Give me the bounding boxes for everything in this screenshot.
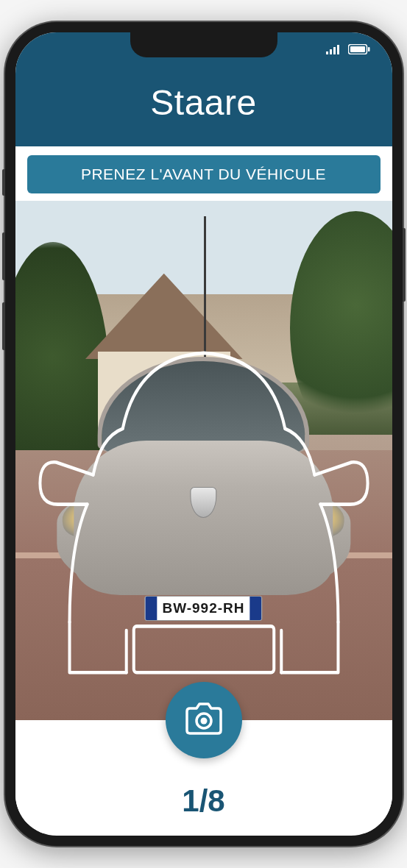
svg-rect-5 [350, 46, 365, 52]
camera-icon [183, 701, 224, 739]
battery-icon [348, 44, 370, 57]
phone-notch [130, 32, 277, 57]
signal-icon [326, 44, 342, 57]
shutter-row [15, 682, 392, 758]
main-content: PRENEZ L'AVANT DU VÉHICULE [15, 146, 392, 833]
app-header: Staare [15, 69, 392, 146]
instruction-text: PRENEZ L'AVANT DU VÉHICULE [81, 166, 326, 182]
license-plate-text: BW-992-RH [157, 600, 249, 616]
capture-button[interactable] [166, 682, 242, 758]
phone-side-button-right [403, 228, 406, 302]
svg-rect-2 [333, 47, 336, 54]
svg-point-9 [200, 718, 207, 725]
svg-rect-0 [326, 51, 328, 54]
app-title: Staare [15, 82, 392, 123]
camera-viewfinder[interactable]: BW-992-RH [15, 201, 392, 720]
phone-screen: Staare PRENEZ L'AVANT DU VÉHICULE [15, 32, 392, 836]
svg-rect-3 [337, 45, 339, 54]
instruction-banner: PRENEZ L'AVANT DU VÉHICULE [27, 155, 381, 193]
svg-rect-6 [368, 47, 370, 51]
license-plate: BW-992-RH [144, 596, 262, 621]
svg-rect-1 [330, 49, 332, 54]
phone-device-frame: Staare PRENEZ L'AVANT DU VÉHICULE [5, 22, 403, 846]
phone-side-buttons-left [2, 169, 5, 372]
step-counter: 1/8 [15, 758, 392, 833]
vehicle-badge-icon [190, 487, 216, 518]
scene-vehicle: BW-992-RH [57, 357, 350, 679]
